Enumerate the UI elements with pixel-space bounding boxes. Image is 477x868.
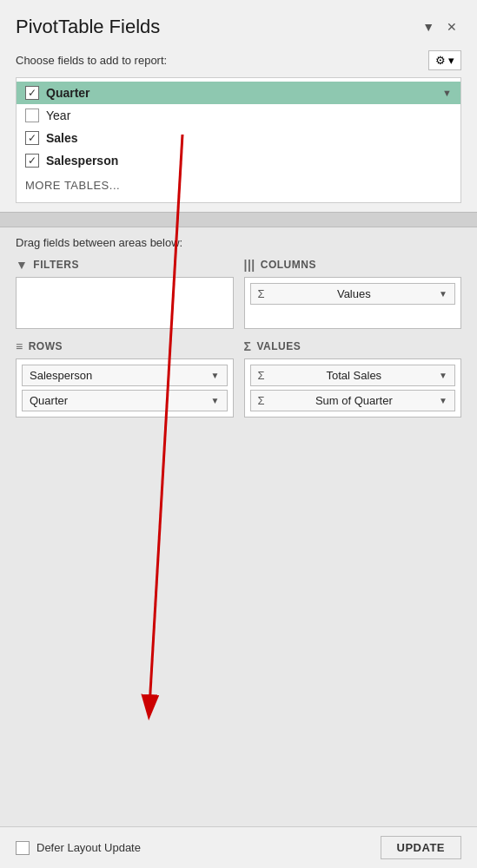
defer-checkbox[interactable]	[16, 841, 30, 855]
rows-chip-salesperson[interactable]: Salesperson ▼	[22, 365, 228, 386]
field-name-quarter: Quarter	[46, 86, 90, 100]
defer-text: Defer Layout Update	[36, 841, 141, 854]
quarter-dropdown-arrow[interactable]: ▼	[442, 88, 452, 98]
field-item-salesperson[interactable]: ✓ Salesperson	[17, 149, 460, 172]
quarter-chip-label: Quarter	[30, 394, 68, 407]
values-dropdown-arrow: ▼	[439, 289, 447, 299]
salesperson-dropdown-arrow: ▼	[211, 371, 220, 380]
field-item-quarter[interactable]: ✓ Quarter ▼	[17, 82, 460, 104]
salesperson-chip-label: Salesperson	[30, 369, 92, 382]
values-chip-totalsales[interactable]: Σ Total Sales ▼	[250, 365, 456, 386]
quarter-row-dropdown-arrow: ▼	[211, 396, 220, 405]
filters-box[interactable]	[16, 277, 234, 329]
field-item-year[interactable]: Year	[17, 104, 460, 127]
field-name-salesperson: Salesperson	[46, 154, 118, 168]
field-name-year: Year	[46, 108, 70, 122]
filter-icon: ▼	[16, 258, 28, 272]
panel-header: PivotTable Fields ▼ ✕	[0, 0, 477, 45]
footer: Defer Layout Update UPDATE	[0, 826, 477, 868]
panel-title: PivotTable Fields	[16, 16, 160, 38]
totalsales-sigma: Σ	[258, 369, 265, 382]
drag-label: Drag fields between areas below:	[16, 236, 461, 249]
pin-button[interactable]: ▼	[418, 18, 439, 36]
field-name-sales: Sales	[46, 131, 78, 145]
field-checkbox-sales[interactable]: ✓	[25, 131, 39, 145]
values-sigma-icon: Σ	[244, 339, 252, 353]
header-controls: ▼ ✕	[418, 18, 461, 36]
field-item-sales[interactable]: ✓ Sales	[17, 127, 460, 149]
columns-area: ||| COLUMNS Σ Values ▼	[244, 258, 462, 329]
rows-area: ≡ ROWS Salesperson ▼ Quarter ▼	[16, 339, 234, 418]
values-chip-sumofquarter[interactable]: Σ Sum of Quarter ▼	[250, 390, 456, 411]
columns-label: COLUMNS	[261, 259, 316, 271]
columns-icon: |||	[244, 258, 255, 272]
sumofquarter-chip-label: Sum of Quarter	[315, 394, 393, 407]
drop-section: Drag fields between areas below: ▼ FILTE…	[0, 227, 477, 826]
values-label: VALUES	[256, 340, 301, 352]
gear-button[interactable]: ⚙ ▾	[428, 50, 461, 70]
totalsales-chip-label: Total Sales	[327, 369, 382, 382]
columns-chip-values[interactable]: Σ Values ▼	[250, 283, 456, 305]
columns-box[interactable]: Σ Values ▼	[244, 277, 462, 329]
rows-icon: ≡	[16, 339, 23, 353]
fields-header: Choose fields to add to report: ⚙ ▾	[16, 50, 461, 70]
filters-header: ▼ FILTERS	[16, 258, 234, 272]
rows-header: ≡ ROWS	[16, 339, 234, 353]
drop-grid: ▼ FILTERS ||| COLUMNS Σ Values	[16, 258, 461, 418]
filters-area: ▼ FILTERS	[16, 258, 234, 329]
values-area: Σ VALUES Σ Total Sales ▼ Σ Sum of Quarte…	[244, 339, 462, 418]
filters-label: FILTERS	[33, 259, 79, 271]
values-header: Σ VALUES	[244, 339, 462, 353]
rows-box[interactable]: Salesperson ▼ Quarter ▼	[16, 358, 234, 418]
sumofquarter-sigma: Σ	[258, 394, 265, 407]
close-button[interactable]: ✕	[442, 18, 461, 36]
field-checkbox-year[interactable]	[25, 108, 39, 122]
field-checkbox-quarter[interactable]: ✓	[25, 86, 39, 100]
columns-header: ||| COLUMNS	[244, 258, 462, 272]
defer-layout-label: Defer Layout Update	[16, 841, 141, 855]
fields-header-label: Choose fields to add to report:	[16, 54, 167, 67]
field-checkbox-salesperson[interactable]: ✓	[25, 154, 39, 168]
totalsales-dropdown-arrow: ▼	[439, 371, 447, 380]
values-sigma: Σ	[258, 287, 265, 300]
columns-chip-label: Values	[337, 287, 371, 300]
fields-list: ✓ Quarter ▼ Year ✓ Sales ✓ Salesperson	[16, 77, 461, 203]
rows-label: ROWS	[29, 340, 63, 352]
gear-dropdown-arrow: ▾	[448, 54, 454, 67]
fields-section: Choose fields to add to report: ⚙ ▾ ✓ Qu…	[0, 45, 477, 212]
sumofquarter-dropdown-arrow: ▼	[439, 396, 447, 405]
update-button[interactable]: UPDATE	[381, 836, 461, 859]
rows-chip-quarter[interactable]: Quarter ▼	[22, 390, 228, 411]
gear-icon: ⚙	[435, 54, 446, 67]
section-divider	[0, 212, 477, 227]
values-box[interactable]: Σ Total Sales ▼ Σ Sum of Quarter ▼	[244, 358, 462, 418]
more-tables[interactable]: MORE TABLES...	[17, 172, 460, 199]
